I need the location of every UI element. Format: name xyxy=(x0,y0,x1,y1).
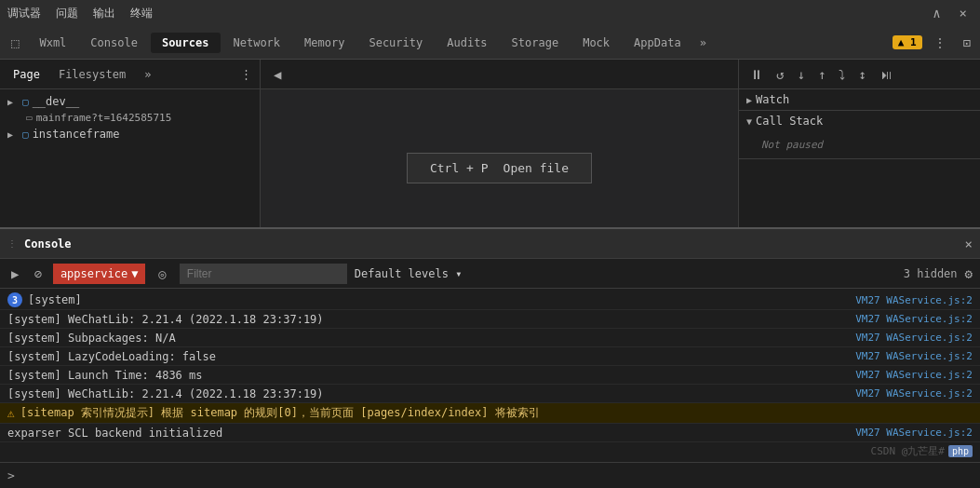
minimize-button[interactable]: ∧ xyxy=(927,4,946,22)
sidebar-menu-icon[interactable]: ⋮ xyxy=(240,67,252,81)
log-source[interactable]: VM27 WAService.js:2 xyxy=(855,313,973,325)
console-input-row: > xyxy=(0,462,980,488)
menu-output[interactable]: 输出 xyxy=(93,6,115,21)
debugger-step-over-btn[interactable]: ↓ xyxy=(793,65,808,84)
tree-label-dev: __dev__ xyxy=(33,95,80,108)
debugger-step-in-btn[interactable]: ↑ xyxy=(814,65,829,84)
tab-appdata[interactable]: AppData xyxy=(623,33,692,53)
menu-terminal[interactable]: 终端 xyxy=(130,6,153,21)
callstack-section-header[interactable]: ▼ Call Stack xyxy=(739,111,980,131)
settings-icon[interactable]: ⚙ xyxy=(965,266,973,281)
console-execute-btn[interactable]: ▶ xyxy=(7,264,22,283)
log-row: exparser SCL backend initialized VM27 WA… xyxy=(0,424,980,442)
console-prompt-icon: > xyxy=(7,468,15,482)
log-source[interactable]: VM27 WAService.js:2 xyxy=(855,427,973,439)
console-toolbar: ▶ ⊘ appservice ▼ ◎ Default levels ▾ 3 hi… xyxy=(0,259,980,289)
log-source[interactable]: VM27 WAService.js:2 xyxy=(855,387,973,400)
console-input[interactable] xyxy=(22,469,973,482)
close-button[interactable]: × xyxy=(954,4,973,22)
tab-storage[interactable]: Storage xyxy=(501,33,571,53)
log-row: [system] LazyCodeLoading: false VM27 WAS… xyxy=(0,347,980,366)
debugger-pause-btn[interactable]: ⏸ xyxy=(746,65,767,84)
menu-issue[interactable]: 问题 xyxy=(56,6,78,21)
center-area: ◀ Ctrl + P Open file xyxy=(261,60,738,246)
sidebar-icons: ⋮ xyxy=(240,67,252,81)
log-source[interactable]: VM27 WAService.js:2 xyxy=(855,332,973,344)
callstack-arrow: ▼ xyxy=(746,116,752,127)
sidebar-tab-more[interactable]: » xyxy=(139,66,156,83)
log-text: [system] WeChatLib: 2.21.4 (2022.1.18 23… xyxy=(7,313,848,326)
open-file-shortcut: Ctrl + P xyxy=(430,161,489,175)
warning-text: [sitemap 索引情况提示] 根据 sitemap 的规则[0]，当前页面 … xyxy=(20,405,973,421)
cursor-icon: ⬚ xyxy=(4,32,26,54)
levels-dropdown[interactable]: Default levels ▾ xyxy=(355,267,463,280)
console-close-btn[interactable]: × xyxy=(965,237,973,251)
sidebar-tab-filesystem[interactable]: Filesystem xyxy=(53,66,131,83)
tab-wxml[interactable]: Wxml xyxy=(28,33,77,53)
console-area: ⋮ Console × ▶ ⊘ appservice ▼ ◎ Default l… xyxy=(0,227,980,488)
debugger-play-btn[interactable]: ⏯ xyxy=(876,65,896,84)
tab-bar: ⬚ Wxml Console Sources Network Memory Se… xyxy=(0,26,980,60)
open-file-area: Ctrl + P Open file xyxy=(261,89,738,246)
title-bar-left: 调试器 问题 输出 终端 xyxy=(7,6,153,21)
watermark: CSDN @九芒星# php xyxy=(871,444,973,458)
center-toolbar: ◀ xyxy=(261,60,738,89)
console-clear-btn[interactable]: ⊘ xyxy=(30,264,45,283)
watch-label: Watch xyxy=(756,93,789,106)
watch-arrow: ▶ xyxy=(746,95,752,105)
dropdown-arrow: ▼ xyxy=(131,267,138,280)
more-icon[interactable]: ⋮ xyxy=(928,34,952,52)
console-log-area: 3 [system] VM27 WAService.js:2 [system] … xyxy=(0,289,980,462)
tree-item-mainframe[interactable]: ▭ mainframe?t=1642585715 xyxy=(0,110,260,126)
tab-audits[interactable]: Audits xyxy=(436,33,498,53)
watch-section-header[interactable]: ▶ Watch xyxy=(739,89,980,110)
title-bar: 调试器 问题 输出 终端 ∧ × xyxy=(0,0,980,26)
log-source[interactable]: VM27 WAService.js:2 xyxy=(855,294,973,306)
tab-network[interactable]: Network xyxy=(222,33,292,53)
php-badge: php xyxy=(948,445,973,457)
not-paused-text: Not paused xyxy=(739,131,980,158)
tab-console[interactable]: Console xyxy=(79,33,149,53)
tab-bar-right: ▲ 1 ⋮ ⊡ xyxy=(893,34,976,52)
menu-debugger[interactable]: 调试器 xyxy=(7,6,41,21)
appservice-dropdown[interactable]: appservice ▼ xyxy=(53,264,145,284)
console-tab-label[interactable]: Console xyxy=(24,237,72,251)
open-file-label[interactable]: Open file xyxy=(503,161,569,175)
log-source[interactable]: VM27 WAService.js:2 xyxy=(855,350,973,362)
tree-label-instanceframe: instanceframe xyxy=(33,128,120,141)
tab-memory[interactable]: Memory xyxy=(293,33,356,53)
tab-mock[interactable]: Mock xyxy=(571,33,621,53)
log-row: [system] WeChatLib: 2.21.4 (2022.1.18 23… xyxy=(0,310,980,329)
folder-icon-instanceframe: ▢ xyxy=(22,129,29,141)
log-source[interactable]: VM27 WAService.js:2 xyxy=(855,369,973,381)
debugger-step-out-btn[interactable]: ⤵ xyxy=(835,65,849,84)
open-file-box: Ctrl + P Open file xyxy=(407,153,592,183)
debugger-deactivate-btn[interactable]: ↕ xyxy=(854,65,869,84)
debugger-refresh-btn[interactable]: ↺ xyxy=(772,65,787,84)
tree-arrow-dev: ▶ xyxy=(7,97,19,107)
tab-more[interactable]: » xyxy=(694,33,712,53)
log-text: [system] WeChatLib: 2.21.4 (2022.1.18 23… xyxy=(7,387,848,400)
sidebar-tabs: Page Filesystem » ⋮ xyxy=(0,60,260,89)
tree-item-dev[interactable]: ▶ ▢ __dev__ xyxy=(0,93,260,110)
tab-security[interactable]: Security xyxy=(357,33,434,53)
log-row: [system] Launch Time: 4836 ms VM27 WASer… xyxy=(0,366,980,385)
log-row: [system] Subpackages: N/A VM27 WAService… xyxy=(0,329,980,347)
sidebar: Page Filesystem » ⋮ ▶ ▢ __dev__ ▭ mainfr… xyxy=(0,60,261,246)
log-text: [system] LazyCodeLoading: false xyxy=(7,350,848,363)
main-area: Page Filesystem » ⋮ ▶ ▢ __dev__ ▭ mainfr… xyxy=(0,60,980,246)
console-drag-handle[interactable]: ⋮ xyxy=(7,238,17,249)
toolbar-left-arrow[interactable]: ◀ xyxy=(268,65,287,84)
tab-sources[interactable]: Sources xyxy=(151,33,221,53)
eye-btn[interactable]: ◎ xyxy=(153,264,171,283)
warning-badge: ▲ 1 xyxy=(893,35,922,49)
dock-icon[interactable]: ⊡ xyxy=(958,34,976,52)
watermark-text: CSDN @九芒星# xyxy=(871,444,945,458)
log-text: [system] Launch Time: 4836 ms xyxy=(7,369,848,382)
log-badge: 3 xyxy=(7,292,22,307)
tree-item-instanceframe[interactable]: ▶ ▢ instanceframe xyxy=(0,126,260,142)
filter-input[interactable] xyxy=(180,264,347,284)
console-header: ⋮ Console × xyxy=(0,229,980,259)
sidebar-tab-page[interactable]: Page xyxy=(7,66,46,83)
window-controls: ∧ × xyxy=(927,4,973,22)
